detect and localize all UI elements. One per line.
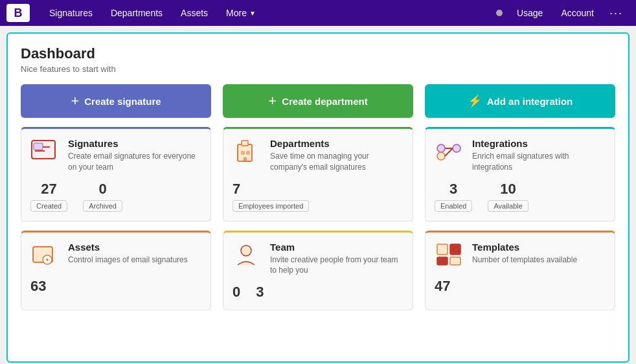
created-badge: Created <box>30 200 67 212</box>
svg-rect-5 <box>242 141 248 146</box>
svg-rect-20 <box>450 244 460 255</box>
assets-card-desc: Control images of email signatures <box>68 255 188 266</box>
templates-card-title: Templates <box>472 242 577 253</box>
archived-badge: Archived <box>83 200 122 212</box>
action-row: + Create signature + Create department ⚡… <box>21 84 615 118</box>
integrations-card-desc: Enrich email signatures with integration… <box>472 151 606 173</box>
team-stat-1: 0 <box>233 284 240 301</box>
templates-icon <box>435 242 464 270</box>
status-dot <box>496 10 503 16</box>
svg-rect-21 <box>437 257 448 265</box>
plus-icon-dept: + <box>268 93 277 109</box>
assets-icon <box>30 242 60 270</box>
templates-card-desc: Number of templates available <box>472 255 577 266</box>
svg-line-13 <box>445 148 453 156</box>
signatures-card-desc: Create email signatures for everyone on … <box>68 151 201 173</box>
signatures-icon <box>30 138 60 168</box>
main-panel: Dashboard Nice features to start with + … <box>6 32 630 363</box>
available-badge: Available <box>488 200 528 212</box>
team-card-desc: Invite creative people from your team to… <box>270 255 403 277</box>
plug-icon: ⚡ <box>468 94 482 108</box>
team-card: Team Invite creative people from your te… <box>223 231 413 311</box>
nav-account[interactable]: Account <box>552 0 603 26</box>
assets-card-title: Assets <box>68 242 188 253</box>
integrations-card-title: Integrations <box>472 138 606 149</box>
integrations-available-stat: 10 Available <box>488 181 528 212</box>
integrations-card: Integrations Enrich email signatures wit… <box>425 127 615 222</box>
team-card-title: Team <box>270 242 403 253</box>
departments-card: Departments Save time on managing your c… <box>223 127 413 222</box>
create-department-btn[interactable]: + Create department <box>223 84 413 118</box>
page-title: Dashboard <box>21 45 615 62</box>
svg-point-11 <box>437 152 445 160</box>
team-stat-2: 3 <box>256 284 264 301</box>
nav-more[interactable]: More ▼ <box>217 0 265 26</box>
nav-departments[interactable]: Departments <box>102 0 172 26</box>
logo[interactable]: B <box>6 4 30 22</box>
svg-rect-22 <box>450 257 460 265</box>
enabled-badge: Enabled <box>435 200 472 212</box>
templates-card: Templates Number of templates available … <box>425 231 615 311</box>
departments-card-title: Departments <box>270 138 403 149</box>
employees-imported-badge: Employees imported <box>233 200 309 212</box>
svg-rect-8 <box>244 157 247 161</box>
nav-signatures[interactable]: Signatures <box>40 0 102 26</box>
svg-rect-7 <box>246 151 250 155</box>
create-signature-btn[interactable]: + Create signature <box>21 84 211 118</box>
cards-row-2: Assets Control images of email signature… <box>21 231 615 311</box>
page-subtitle: Nice features to start with <box>21 64 615 74</box>
navbar: B Signatures Departments Assets More ▼ U… <box>0 0 636 26</box>
cards-row-1: Signatures Create email signatures for e… <box>21 127 615 222</box>
svg-point-18 <box>241 245 251 256</box>
svg-rect-3 <box>34 143 43 150</box>
add-integration-btn[interactable]: ⚡ Add an integration <box>425 84 615 118</box>
signatures-created-stat: 27 Created <box>30 181 67 212</box>
svg-point-10 <box>453 144 460 152</box>
nav-assets[interactable]: Assets <box>172 0 217 26</box>
signatures-card: Signatures Create email signatures for e… <box>21 127 211 222</box>
svg-rect-6 <box>241 151 245 155</box>
nav-usage[interactable]: Usage <box>508 0 552 26</box>
departments-card-desc: Save time on managing your company's ema… <box>270 151 403 173</box>
signatures-archived-stat: 0 Archived <box>83 181 122 212</box>
integrations-icon <box>435 138 464 166</box>
svg-point-9 <box>437 144 445 152</box>
plus-icon: + <box>71 93 79 109</box>
signatures-card-title: Signatures <box>68 138 201 149</box>
assets-card: Assets Control images of email signature… <box>21 231 211 311</box>
more-options-icon[interactable]: ··· <box>603 6 630 20</box>
team-icon <box>233 242 262 270</box>
integrations-enabled-stat: 3 Enabled <box>435 181 472 212</box>
svg-rect-19 <box>437 244 448 255</box>
departments-icon <box>233 138 262 168</box>
chevron-down-icon: ▼ <box>249 10 256 17</box>
